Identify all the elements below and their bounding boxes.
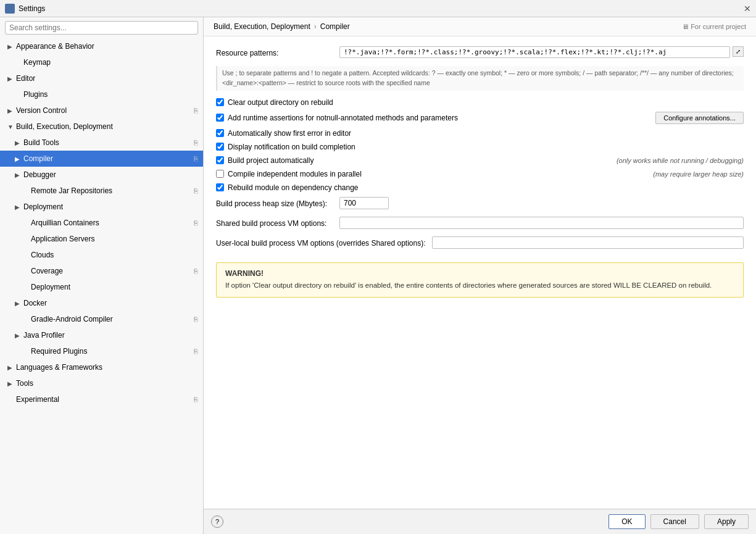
chevron-icon: ▼ <box>7 123 14 130</box>
checkbox-label-buildAuto: Build project automatically <box>228 156 613 165</box>
shared-vm-input[interactable] <box>339 217 744 229</box>
sidebar-item-label: Arquillian Containers <box>31 219 191 227</box>
sidebar-item-plugins[interactable]: Plugins <box>0 86 203 102</box>
expand-button[interactable]: ⤢ <box>733 46 744 57</box>
warning-title: WARNING! <box>225 269 734 278</box>
sidebar-item-remotejar[interactable]: Remote Jar Repositories⎘ <box>0 183 203 199</box>
sidebar-item-label: Build Tools <box>23 138 191 147</box>
resource-patterns-input[interactable] <box>339 46 730 58</box>
sidebar-item-keymap[interactable]: Keymap <box>0 54 203 70</box>
resource-patterns-label: Resource patterns: <box>216 46 339 60</box>
sidebar-item-build[interactable]: ▼Build, Execution, Deployment <box>0 119 203 135</box>
sidebar-item-label: Coverage <box>31 267 191 275</box>
checkbox-row-clearOutput: Clear output directory on rebuild <box>216 98 744 107</box>
copy-icon: ⎘ <box>194 219 198 227</box>
help-button[interactable]: ? <box>211 515 223 528</box>
search-input[interactable] <box>5 21 198 35</box>
sidebar-item-gradle[interactable]: Gradle-Android Compiler⎘ <box>0 311 203 327</box>
copy-icon: ⎘ <box>194 139 198 146</box>
cancel-button[interactable]: Cancel <box>650 514 699 529</box>
title-bar-left: Settings <box>5 4 45 14</box>
copy-icon: ⎘ <box>194 315 198 323</box>
chevron-icon: ▶ <box>7 380 14 387</box>
content-area: Build, Execution, Deployment › Compiler … <box>204 17 756 534</box>
sidebar-item-tools[interactable]: ▶Tools <box>0 375 203 391</box>
footer-left: ? <box>211 515 223 528</box>
checkbox-row-compileParallel: Compile independent modules in parallel(… <box>216 170 744 178</box>
checkbox-note-compileParallel: (may require larger heap size) <box>653 170 744 178</box>
close-button[interactable]: ✕ <box>744 4 751 14</box>
chevron-icon: ▶ <box>7 43 14 50</box>
sidebar: ▶Appearance & BehaviorKeymap▶EditorPlugi… <box>0 17 204 534</box>
sidebar-item-label: Experimental <box>16 395 191 404</box>
chevron-icon: ▶ <box>15 204 21 211</box>
sidebar-item-versioncontrol[interactable]: ▶Version Control⎘ <box>0 102 203 119</box>
chevron-icon: ▶ <box>7 75 14 82</box>
main-container: ▶Appearance & BehaviorKeymap▶EditorPlugi… <box>0 17 756 534</box>
breadcrumb-path1: Build, Execution, Deployment <box>214 22 310 31</box>
copy-icon: ⎘ <box>194 155 198 162</box>
userlocal-vm-row: User-local build process VM options (ove… <box>216 236 744 250</box>
sidebar-item-label: Java Profiler <box>23 331 198 340</box>
sidebar-item-label: Clouds <box>31 251 198 259</box>
sidebar-item-label: Required Plugins <box>31 347 191 356</box>
hint-text: Use ; to separate patterns and ! to nega… <box>216 66 744 91</box>
sidebar-item-requiredplugins[interactable]: Required Plugins⎘ <box>0 343 203 359</box>
chevron-icon: ▶ <box>15 300 21 307</box>
sidebar-item-label: Build, Execution, Deployment <box>16 122 198 131</box>
checkbox-label-clearOutput: Clear output directory on rebuild <box>228 98 744 107</box>
resource-patterns-row: Resource patterns: ⤢ <box>216 46 744 60</box>
copy-icon: ⎘ <box>194 187 198 194</box>
checkbox-addRuntime[interactable] <box>216 114 224 122</box>
checkbox-buildAuto[interactable] <box>216 156 224 164</box>
ok-button[interactable]: OK <box>609 514 645 529</box>
sidebar-item-label: Docker <box>23 299 198 307</box>
sidebar-item-label: Deployment <box>23 202 198 211</box>
sidebar-item-buildtools[interactable]: ▶Build Tools⎘ <box>0 135 203 151</box>
checkbox-label-rebuildModule: Rebuild module on dependency change <box>228 183 744 192</box>
checkbox-row-buildAuto: Build project automatically(only works w… <box>216 156 744 165</box>
sidebar-item-docker[interactable]: ▶Docker <box>0 295 203 311</box>
heap-size-label: Build process heap size (Mbytes): <box>216 197 339 211</box>
sidebar-item-editor[interactable]: ▶Editor <box>0 70 203 86</box>
sidebar-item-label: Editor <box>16 74 198 83</box>
chevron-icon: ▶ <box>15 172 21 178</box>
sidebar-item-debugger[interactable]: ▶Debugger <box>0 167 203 183</box>
sidebar-item-appservers[interactable]: Application Servers <box>0 231 203 247</box>
userlocal-vm-label: User-local build process VM options (ove… <box>216 236 432 250</box>
warning-box: WARNING! If option 'Clear output directo… <box>216 262 744 298</box>
sidebar-item-experimental[interactable]: Experimental⎘ <box>0 391 203 407</box>
checkbox-clearOutput[interactable] <box>216 98 224 106</box>
checkbox-autoShow[interactable] <box>216 129 224 137</box>
breadcrumb: Build, Execution, Deployment › Compiler … <box>204 17 756 36</box>
sidebar-item-label: Keymap <box>23 58 198 67</box>
checkbox-compileParallel[interactable] <box>216 170 224 178</box>
sidebar-item-arquillian[interactable]: Arquillian Containers⎘ <box>0 215 203 231</box>
copy-icon: ⎘ <box>194 348 198 355</box>
sidebar-item-deployment[interactable]: ▶Deployment <box>0 199 203 215</box>
sidebar-item-label: Languages & Frameworks <box>16 363 198 372</box>
app-icon <box>5 4 15 14</box>
checkbox-row-addRuntime: Add runtime assertions for notnull-annot… <box>216 112 744 124</box>
checkbox-rebuildModule[interactable] <box>216 183 224 191</box>
sidebar-item-deployment2[interactable]: Deployment <box>0 279 203 295</box>
sidebar-item-languages[interactable]: ▶Languages & Frameworks <box>0 359 203 375</box>
checkbox-row-rebuildModule: Rebuild module on dependency change <box>216 183 744 192</box>
breadcrumb-project-link[interactable]: 🖥 For current project <box>682 23 746 30</box>
sidebar-item-compiler[interactable]: ▶Compiler⎘ <box>0 151 203 167</box>
apply-button[interactable]: Apply <box>704 514 749 529</box>
sidebar-item-clouds[interactable]: Clouds <box>0 247 203 263</box>
heap-size-input[interactable] <box>339 197 389 209</box>
checkbox-label-autoShow: Automatically show first error in editor <box>228 129 744 138</box>
configure-annotations-button[interactable]: Configure annotations... <box>655 112 744 124</box>
sidebar-item-label: Remote Jar Repositories <box>31 186 191 195</box>
sidebar-item-coverage[interactable]: Coverage⎘ <box>0 263 203 279</box>
copy-icon: ⎘ <box>194 267 198 275</box>
footer: ? OK Cancel Apply <box>204 509 756 534</box>
sidebar-item-appearance[interactable]: ▶Appearance & Behavior <box>0 38 203 54</box>
chevron-icon: ▶ <box>15 156 21 162</box>
sidebar-item-label: Debugger <box>23 170 198 179</box>
sidebar-item-javaprofiler[interactable]: ▶Java Profiler <box>0 327 203 343</box>
userlocal-vm-input[interactable] <box>432 236 744 249</box>
checkbox-displayNotif[interactable] <box>216 143 224 151</box>
